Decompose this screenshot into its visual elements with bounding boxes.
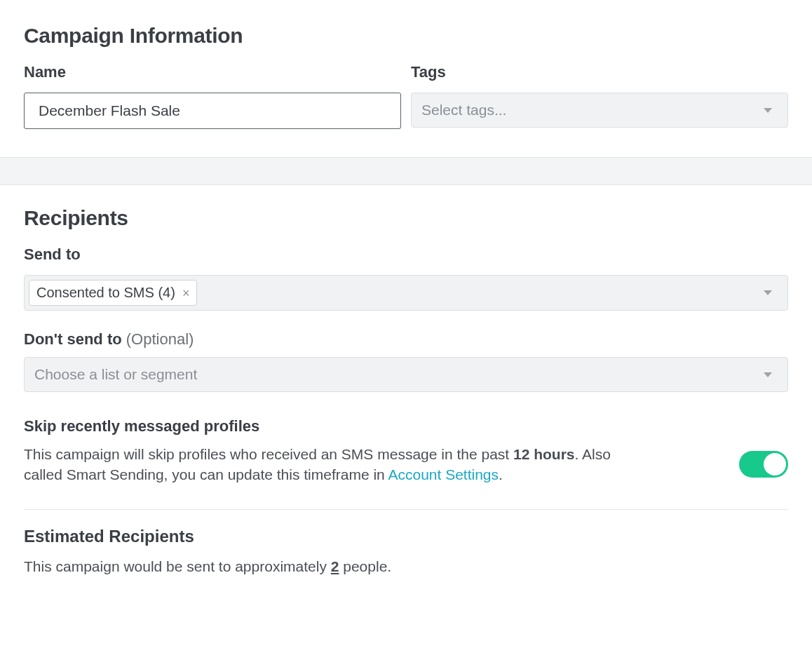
dont-send-select[interactable]: Choose a list or segment xyxy=(24,357,788,392)
name-label: Name xyxy=(24,63,401,81)
tags-column: Tags Select tags... xyxy=(411,63,788,129)
send-to-select[interactable]: Consented to SMS (4) × xyxy=(24,275,788,311)
tags-label: Tags xyxy=(411,63,788,81)
campaign-info-row: Name Tags Select tags... xyxy=(24,63,788,129)
chevron-down-icon xyxy=(764,108,772,113)
close-icon[interactable]: × xyxy=(182,287,190,299)
estimated-text-1: This campaign would be sent to approxima… xyxy=(24,558,331,574)
smart-sending-toggle[interactable] xyxy=(739,451,788,478)
dont-send-label-row: Don't send to (Optional) xyxy=(24,330,788,349)
skip-hours: 12 hours xyxy=(513,446,575,462)
name-column: Name xyxy=(24,63,401,129)
segment-chip-label: Consented to SMS (4) xyxy=(36,285,175,301)
account-settings-link[interactable]: Account Settings xyxy=(388,466,499,482)
tags-placeholder: Select tags... xyxy=(419,102,506,119)
skip-text-3: . xyxy=(499,466,503,482)
estimated-text-2: people. xyxy=(339,558,391,574)
chip-container: Consented to SMS (4) × xyxy=(29,280,197,306)
tags-select[interactable]: Select tags... xyxy=(411,93,788,128)
dont-send-label: Don't send to xyxy=(24,330,122,348)
campaign-info-title: Campaign Information xyxy=(24,24,788,48)
send-to-label: Send to xyxy=(24,245,788,264)
toggle-knob xyxy=(764,453,786,475)
campaign-info-panel: Campaign Information Name Tags Select ta… xyxy=(0,0,812,157)
skip-description: This campaign will skip profiles who rec… xyxy=(24,444,641,485)
section-gap xyxy=(0,157,812,185)
recipients-title: Recipients xyxy=(24,206,788,230)
divider xyxy=(24,509,788,510)
skip-row: This campaign will skip profiles who rec… xyxy=(24,444,788,485)
estimated-recipients-title: Estimated Recipients xyxy=(24,527,788,546)
estimated-count: 2 xyxy=(331,558,339,574)
skip-text-1: This campaign will skip profiles who rec… xyxy=(24,446,513,462)
segment-chip[interactable]: Consented to SMS (4) × xyxy=(29,280,197,306)
chevron-down-icon xyxy=(764,372,772,377)
recipients-panel: Recipients Send to Consented to SMS (4) … xyxy=(0,185,812,605)
dont-send-optional: (Optional) xyxy=(126,330,194,348)
campaign-name-input[interactable] xyxy=(24,93,401,129)
estimated-description: This campaign would be sent to approxima… xyxy=(24,556,641,576)
chevron-down-icon xyxy=(764,290,772,295)
skip-label: Skip recently messaged profiles xyxy=(24,417,788,436)
dont-send-placeholder: Choose a list or segment xyxy=(32,366,197,383)
